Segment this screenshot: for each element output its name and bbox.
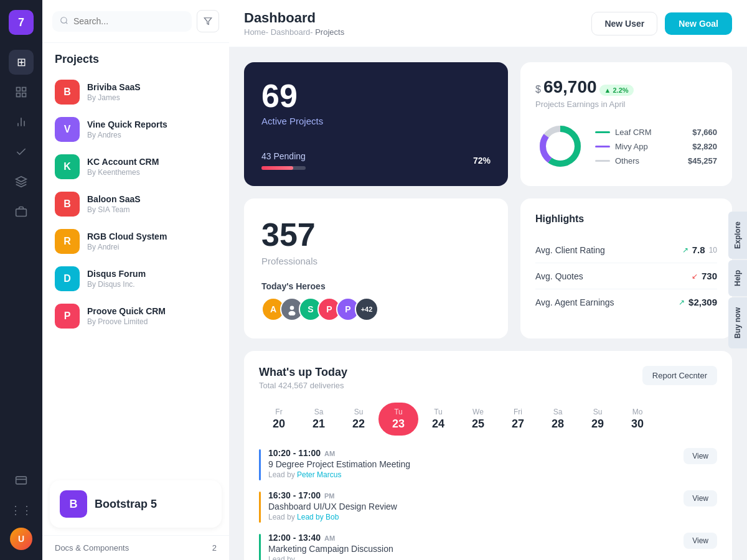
legend-item-leaf: Leaf CRM $7,660 bbox=[595, 128, 717, 137]
search-input-wrap[interactable] bbox=[52, 11, 192, 32]
project-info: KC Account CRM By Keenthemes bbox=[87, 157, 217, 177]
highlight-number: 7.8 bbox=[692, 245, 705, 255]
whatsup-subtitle: Total 424,567 deliveries bbox=[259, 381, 347, 390]
svg-marker-7 bbox=[16, 177, 27, 182]
professionals-label: Professionals bbox=[261, 256, 491, 266]
sidebar-item-briefcase[interactable] bbox=[9, 199, 34, 224]
highlights-card: Highlights Avg. Client Rating ↗ 7.8 10 A… bbox=[520, 198, 732, 338]
cal-day-29[interactable]: Su 29 bbox=[578, 403, 618, 436]
view-event-button[interactable]: View bbox=[684, 448, 717, 464]
event-time: 10:20 - 11:00 AM bbox=[268, 448, 676, 458]
cal-day-name: Mo bbox=[632, 408, 643, 416]
cal-day-21[interactable]: Sa 21 bbox=[299, 403, 339, 436]
sidebar-item-dots[interactable]: ⋮⋮ bbox=[9, 498, 34, 523]
project-icon: V bbox=[55, 117, 80, 142]
cal-day-30[interactable]: Mo 30 bbox=[618, 403, 657, 436]
event-content: 16:30 - 17:00 PM Dashboard UI/UX Design … bbox=[268, 490, 676, 521]
sidebar-item-check[interactable] bbox=[9, 139, 34, 164]
cal-day-28[interactable]: Sa 28 bbox=[538, 403, 578, 436]
sidebar-item-card[interactable] bbox=[9, 468, 34, 493]
project-name: RGB Cloud System bbox=[87, 231, 217, 241]
bootstrap-banner[interactable]: B Bootstrap 5 bbox=[50, 480, 222, 528]
professionals-card: 357 Professionals Today's Heroes A S P bbox=[244, 198, 508, 338]
project-name: Disqus Forum bbox=[87, 269, 217, 279]
new-goal-button[interactable]: New Goal bbox=[665, 12, 732, 35]
list-item[interactable]: B Baloon SaaS By SIA Team bbox=[50, 185, 222, 223]
heroes-section: Today's Heroes A S P P +42 bbox=[261, 281, 491, 321]
earnings-badge: ▲ 2.2% bbox=[599, 85, 634, 96]
professionals-number: 357 bbox=[261, 216, 491, 253]
docs-bar[interactable]: Docs & Components 2 bbox=[42, 535, 229, 560]
report-center-button[interactable]: Report Cecnter bbox=[642, 366, 717, 385]
sidebar-item-layers[interactable] bbox=[9, 80, 34, 105]
breadcrumb-home[interactable]: Home- bbox=[244, 27, 268, 37]
arrow-up-icon: ↗ bbox=[682, 246, 688, 254]
view-event-button[interactable]: View bbox=[684, 533, 717, 549]
explore-tab[interactable]: Explore bbox=[728, 212, 747, 259]
highlight-value: ↙ 730 bbox=[692, 271, 717, 281]
event-lead-link[interactable]: Peter Marcus bbox=[297, 470, 341, 479]
event-time: 12:00 - 13:40 AM bbox=[268, 533, 676, 543]
project-icon: K bbox=[55, 154, 80, 179]
cal-day-name: Tu bbox=[434, 408, 443, 416]
project-info: Proove Quick CRM By Proove Limited bbox=[87, 306, 217, 326]
legend-value-others: $45,257 bbox=[688, 156, 717, 166]
cal-day-num: 24 bbox=[432, 418, 444, 431]
legend-dot-others bbox=[595, 160, 610, 162]
event-lead: Lead by Peter Marcus bbox=[268, 470, 676, 479]
active-projects-label: Active Projects bbox=[261, 116, 491, 126]
highlight-row-rating: Avg. Client Rating ↗ 7.8 10 bbox=[535, 237, 717, 263]
cal-day-22[interactable]: Su 22 bbox=[339, 403, 378, 436]
help-tab[interactable]: Help bbox=[728, 260, 747, 296]
highlight-row-earnings: Avg. Agent Earnings ↗ $2,309 bbox=[535, 289, 717, 315]
cal-day-num: 27 bbox=[512, 418, 524, 431]
event-content: 12:00 - 13:40 AM Marketing Campaign Disc… bbox=[268, 533, 676, 560]
event-line bbox=[259, 492, 261, 523]
earnings-card: $ 69,700 ▲ 2.2% Projects Earnings in Apr… bbox=[520, 62, 732, 186]
search-input[interactable] bbox=[73, 16, 184, 26]
sidebar-item-grid[interactable]: ⊞ bbox=[9, 50, 34, 75]
list-item[interactable]: B Briviba SaaS By James bbox=[50, 73, 222, 111]
breadcrumb-dashboard[interactable]: Dashboard- bbox=[271, 27, 313, 37]
project-author: By Andrei bbox=[87, 243, 217, 251]
cal-day-24[interactable]: Tu 24 bbox=[418, 403, 458, 436]
cal-day-23-active[interactable]: Tu 23 bbox=[378, 403, 418, 436]
cal-day-25[interactable]: We 25 bbox=[458, 403, 498, 436]
buy-now-tab[interactable]: Buy now bbox=[728, 297, 747, 348]
list-item[interactable]: K KC Account CRM By Keenthemes bbox=[50, 148, 222, 185]
cal-day-num: 21 bbox=[312, 418, 325, 431]
projects-title: Projects bbox=[42, 43, 229, 73]
sidebar-item-stack[interactable] bbox=[9, 169, 34, 194]
legend-label-leaf: Leaf CRM bbox=[615, 128, 652, 137]
cal-day-num: 20 bbox=[273, 418, 285, 431]
calendar-days: Fr 20 Sa 21 Su 22 Tu 23 Tu 24 bbox=[259, 403, 717, 436]
legend-value-mivy: $2,820 bbox=[692, 142, 717, 151]
project-info: Vine Quick Reports By Andres bbox=[87, 119, 217, 139]
header-actions: New User New Goal bbox=[591, 12, 732, 35]
filter-button[interactable] bbox=[197, 10, 219, 32]
event-lead: Lead by Lead by Bob bbox=[268, 513, 676, 521]
new-user-button[interactable]: New User bbox=[591, 12, 657, 35]
svg-rect-1 bbox=[22, 88, 26, 91]
sidebar-item-chart[interactable] bbox=[9, 110, 34, 134]
event-lead-link[interactable]: Lead by Bob bbox=[297, 513, 339, 521]
project-author: By SIA Team bbox=[87, 205, 217, 214]
project-info: Disqus Forum By Disqus Inc. bbox=[87, 269, 217, 289]
list-item[interactable]: P Proove Quick CRM By Proove Limited bbox=[50, 297, 222, 335]
cal-day-name: Su bbox=[593, 408, 603, 416]
project-name: Proove Quick CRM bbox=[87, 306, 217, 316]
event-content: 10:20 - 11:00 AM 9 Degree Project Estima… bbox=[268, 448, 676, 479]
view-event-button[interactable]: View bbox=[684, 490, 717, 506]
cal-day-27[interactable]: Fri 27 bbox=[498, 403, 538, 436]
events-list: 10:20 - 11:00 AM 9 Degree Project Estima… bbox=[259, 448, 717, 560]
list-item[interactable]: D Disqus Forum By Disqus Inc. bbox=[50, 260, 222, 297]
highlight-label: Avg. Agent Earnings bbox=[535, 297, 614, 307]
cal-day-name: We bbox=[472, 408, 484, 416]
highlight-label: Avg. Quotes bbox=[535, 271, 583, 281]
legend-dot-mivy bbox=[595, 146, 610, 147]
sidebar-user-avatar[interactable]: U bbox=[10, 528, 32, 550]
list-item[interactable]: R RGB Cloud System By Andrei bbox=[50, 223, 222, 260]
list-item[interactable]: V Vine Quick Reports By Andres bbox=[50, 111, 222, 148]
cal-day-20[interactable]: Fr 20 bbox=[259, 403, 299, 436]
whatsup-card: What's up Today Total 424,567 deliveries… bbox=[244, 351, 732, 560]
